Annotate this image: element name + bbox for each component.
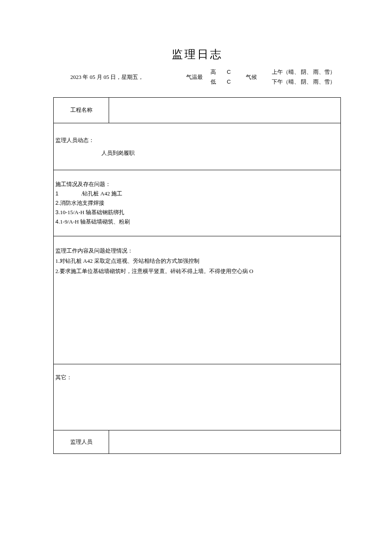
personnel-body: 人员到岗履职 (55, 147, 339, 160)
temp-high-label: 高 (210, 67, 216, 77)
temp-unit-high: C (227, 67, 231, 77)
supervision-item: 1.对钻孔桩 A42 采取定点巡视、旁站相结合的方式加强控制 (55, 256, 339, 266)
climate-label: 气候 (246, 72, 257, 82)
label-project-name: 工程名称 (54, 97, 109, 123)
row-construction: 施工情况及存在问题： 1.钻孔桩 A42 施工 2.消防水池支撑焊接 3.10-… (54, 170, 341, 236)
construction-item: 1.钻孔桩 A42 施工 (55, 189, 339, 198)
temp-label: 气温最 (186, 72, 203, 82)
construction-heading: 施工情况及存在问题： (55, 180, 339, 189)
supervision-item: 2.要求施工单位基础墙砌筑时，注意横平竖直。碎砖不得上墙。不得使用空心病 O (55, 266, 339, 276)
temp-unit-low: C (227, 77, 231, 87)
value-project-name (109, 97, 341, 123)
page-title: 监理日志 (53, 47, 341, 62)
temp-low-label: 低 (210, 77, 216, 87)
row-supervisor: 监理人员 (54, 430, 341, 453)
label-supervisor: 监理人员 (54, 430, 109, 453)
log-table: 工程名称 监理人员动态： 人员到岗履职 施工情况及存在问题： 1.钻孔桩 A42… (53, 97, 341, 454)
row-project-name: 工程名称 (54, 97, 341, 123)
climate-values: 上午（晴、 阴、 雨、雪） 下午（晴、 阴、 雨、雪） (272, 67, 336, 87)
construction-item: 4.1-9/A-H 轴基础墙砌筑、粉刷 (55, 217, 339, 227)
construction-item: 3.10-15/A-H 轴基础钢筋绑扎 (55, 208, 339, 217)
personnel-heading: 监理人员动态： (55, 134, 339, 147)
temp-units: C C (227, 67, 231, 87)
row-other: 其它： (54, 364, 341, 430)
value-supervisor (109, 430, 341, 453)
construction-item: 2.消防水池支撑焊接 (55, 198, 339, 208)
climate-am: 上午（晴、 阴、 雨、雪） (272, 67, 336, 77)
supervision-heading: 监理工作内容及问题处理情况： (55, 246, 339, 256)
row-supervision: 监理工作内容及问题处理情况： 1.对钻孔桩 A42 采取定点巡视、旁站相结合的方… (54, 236, 341, 364)
temp-high-low: 高 低 (210, 67, 216, 87)
header-info: 2023 年 05 月 05 日，星期五， 气温最 高 低 C C 气候 上午（… (53, 67, 341, 87)
other-heading: 其它： (55, 374, 339, 381)
row-personnel: 监理人员动态： 人员到岗履职 (54, 123, 341, 170)
climate-pm: 下午（晴、 阴、 雨、雪） (272, 77, 336, 87)
date-text: 2023 年 05 月 05 日，星期五， (53, 72, 144, 82)
